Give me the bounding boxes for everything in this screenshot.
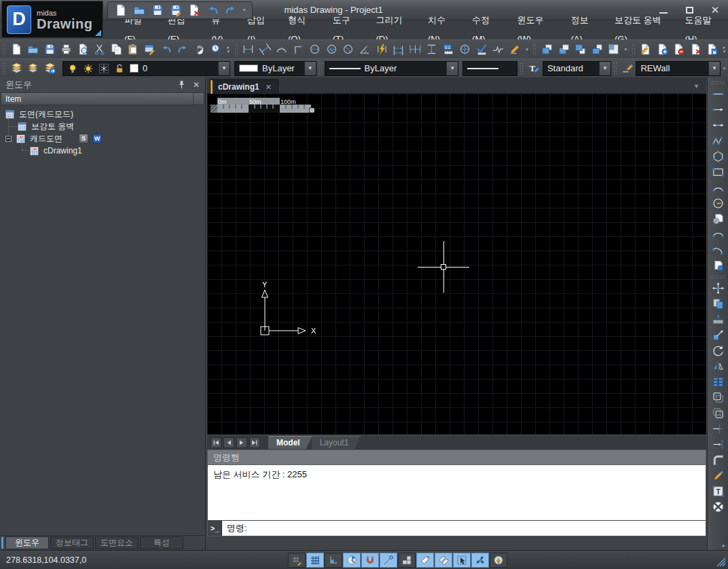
text-style-icon[interactable] [526, 60, 543, 77]
tab-model[interactable]: Model [268, 436, 312, 449]
toolbar-grip[interactable] [2, 62, 6, 75]
chevron-down-icon[interactable]: ▼ [599, 62, 611, 75]
new-icon[interactable] [8, 41, 25, 58]
circle-icon[interactable] [710, 196, 727, 211]
dynamic-ucs-toggle[interactable] [398, 553, 416, 568]
tab-cdrawing1[interactable]: cDrawing1 ✕ [210, 79, 278, 94]
construction-line-icon[interactable] [710, 117, 727, 133]
trim-icon[interactable] [710, 421, 727, 437]
bring-to-front-icon[interactable] [539, 41, 556, 58]
layer-manager-icon[interactable] [8, 60, 25, 77]
toolbar-grip[interactable] [632, 43, 636, 56]
open-icon[interactable] [24, 41, 41, 58]
redo-icon[interactable] [222, 2, 239, 18]
tree-item-drawing-cadmode[interactable]: 도면(캐드모드) [0, 108, 205, 120]
stretch-icon[interactable] [710, 312, 727, 327]
zoom-realtime-icon[interactable] [208, 41, 225, 58]
edit-block-icon[interactable] [141, 41, 158, 58]
save-icon[interactable] [41, 41, 58, 58]
bring-above-icon[interactable] [572, 41, 589, 58]
layer-translate-icon[interactable] [41, 60, 58, 77]
linetype-combo[interactable]: ByLayer ▼ [325, 61, 459, 76]
toolbar-separator[interactable] [711, 275, 725, 278]
toolbar-grip[interactable] [520, 62, 524, 75]
dim-baseline-icon[interactable] [390, 41, 407, 58]
pick-toggle[interactable] [453, 553, 471, 568]
resize-grip[interactable] [716, 557, 726, 567]
dim-edit-icon[interactable] [507, 41, 524, 58]
print-icon[interactable] [58, 41, 75, 58]
array-icon[interactable] [710, 374, 727, 390]
save-as-icon[interactable] [167, 2, 184, 18]
save-icon[interactable] [149, 2, 166, 18]
badge-w[interactable]: W [92, 134, 102, 143]
move-icon[interactable] [710, 280, 727, 296]
lineweight-combo[interactable] [462, 61, 517, 76]
line-icon[interactable] [710, 86, 727, 102]
drawing-canvas[interactable]: 0m 50m 100m Y X [207, 94, 706, 435]
command-input-row[interactable]: >_ 명령: [208, 520, 706, 536]
panel-close-icon[interactable]: ✕ [193, 80, 200, 90]
xclip-icon[interactable] [605, 41, 622, 58]
tree-item-cdrawing1[interactable]: cDrawing1 [0, 145, 205, 157]
toolbar-overflow-icon[interactable]: ▾ [622, 48, 630, 52]
explode-icon[interactable] [710, 499, 727, 515]
chevron-down-icon[interactable]: ▼ [708, 62, 720, 75]
offset-icon[interactable] [710, 390, 727, 405]
paste-icon[interactable] [125, 41, 142, 58]
region-icon[interactable] [710, 211, 727, 227]
toolbar-grip[interactable] [613, 62, 617, 75]
tab-properties[interactable]: 특성 [140, 536, 183, 549]
blades-toggle[interactable] [471, 553, 489, 568]
ellipse-arc-icon[interactable] [710, 227, 727, 242]
last-tab-icon[interactable] [249, 437, 260, 448]
command-panel-title[interactable]: 명령행 [208, 450, 706, 465]
send-to-back-icon[interactable] [556, 41, 572, 58]
toolbar-grip[interactable] [2, 43, 6, 56]
dim-center-mark-icon[interactable] [456, 41, 473, 58]
undo-icon[interactable] [204, 2, 221, 18]
bulb-icon[interactable] [67, 62, 79, 74]
close-document-icon[interactable] [185, 2, 202, 18]
pin-icon[interactable] [177, 80, 186, 90]
layer-previous-icon[interactable] [25, 60, 42, 77]
text-icon[interactable] [710, 483, 727, 499]
ref-save-icon[interactable] [704, 41, 721, 58]
sun-icon[interactable] [83, 62, 94, 74]
rotate-icon[interactable] [710, 343, 727, 359]
copy-icon[interactable] [108, 41, 125, 58]
dim-linear-icon[interactable] [240, 41, 257, 58]
polyline-icon[interactable] [710, 133, 727, 149]
offset-edge-icon[interactable] [710, 405, 727, 421]
command-history[interactable]: 남은 서비스 기간 : 2255 [208, 465, 706, 520]
tag-toggle[interactable] [416, 553, 434, 568]
tree-item-cad-drawing[interactable]: 캐드도면 S W [0, 132, 205, 145]
toolbar-grip[interactable] [532, 43, 536, 56]
workspace-toggle[interactable] [490, 553, 507, 568]
copy-object-icon[interactable] [710, 296, 727, 312]
app-logo[interactable]: D midas Drawing [1, 1, 103, 38]
toolbar-grip[interactable] [711, 81, 725, 84]
open-icon[interactable] [130, 2, 147, 18]
toolbar-overflow-icon[interactable]: ▸▾ [225, 45, 232, 54]
chevron-down-icon[interactable]: ▼ [218, 62, 230, 75]
dim-aligned-icon[interactable] [257, 41, 274, 58]
polygon-icon[interactable] [710, 149, 727, 164]
tree-column-header[interactable]: Item [1, 92, 204, 105]
next-tab-icon[interactable] [236, 437, 247, 448]
spline-icon[interactable] [710, 242, 727, 258]
color-combo[interactable]: ByLayer ▼ [234, 61, 316, 76]
rectangle-icon[interactable] [710, 164, 727, 180]
chevron-down-icon[interactable]: ▼ [304, 62, 316, 75]
tree-item-rewall[interactable]: 보강토 옹벽 [0, 120, 205, 132]
tab-info-tag[interactable]: 정보태그 [50, 536, 94, 549]
dim-arc-length-icon[interactable] [274, 41, 291, 58]
fillet-icon[interactable] [710, 452, 727, 468]
undo-icon[interactable] [158, 41, 175, 58]
toolbar-overflow-icon[interactable]: ▸▾ [721, 45, 728, 54]
block-insert-icon[interactable] [710, 258, 727, 274]
dim-continue-icon[interactable] [407, 41, 424, 58]
toolbar-overflow-icon[interactable]: ▾ [721, 67, 728, 71]
cut-icon[interactable] [92, 41, 109, 58]
ref-edit-icon[interactable] [638, 41, 655, 58]
